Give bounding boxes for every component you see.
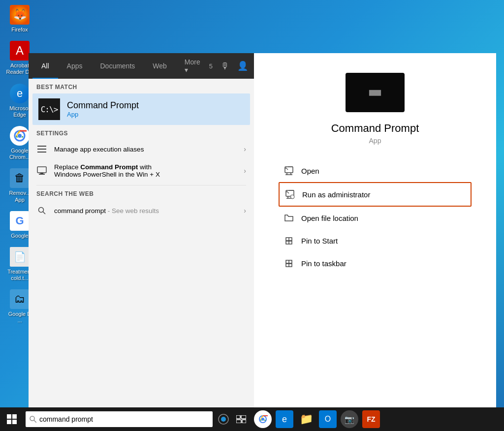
chevron-right-icon-2: › [244, 167, 246, 175]
svg-rect-9 [39, 174, 45, 175]
settings-label: Settings [29, 125, 254, 140]
action-open[interactable]: Open [279, 159, 472, 182]
taskbar-search-input[interactable] [39, 415, 209, 423]
taskbar: e 📁 O 📷 FZ [0, 407, 504, 431]
pin-to-start-label: Pin to Start [301, 237, 338, 245]
command-prompt-icon: C:\> [38, 98, 60, 120]
tab-apps[interactable]: Apps [58, 53, 92, 79]
taskbar-camera-icon[interactable]: 📷 [341, 410, 358, 428]
svg-rect-8 [40, 173, 43, 174]
taskbar-chrome-icon[interactable] [254, 410, 272, 428]
action-open-file-location[interactable]: Open file location [279, 207, 472, 229]
left-panel: All Apps Documents Web More ▾ 5 🎙 [29, 53, 254, 407]
svg-rect-4 [37, 146, 46, 147]
chevron-right-icon-1: › [244, 145, 246, 153]
web-search-item[interactable]: command prompt - See web results › [29, 200, 254, 221]
svg-line-11 [43, 212, 45, 214]
action-pin-to-taskbar[interactable]: Pin to taskbar [279, 252, 472, 275]
taskbar-explorer-icon[interactable]: 📁 [297, 410, 315, 428]
svg-rect-18 [7, 414, 11, 419]
actions-list: Open ! Run as administrator [269, 159, 481, 275]
settings-section: Settings Manage app execution aliases › [29, 125, 254, 185]
tab-bar: All Apps Documents Web More ▾ 5 🎙 [29, 53, 254, 79]
pin-to-taskbar-icon [284, 258, 294, 269]
svg-rect-6 [37, 152, 46, 153]
svg-point-33 [261, 418, 264, 421]
tab-documents[interactable]: Documents [91, 53, 144, 79]
monitor-icon [36, 166, 47, 175]
open-file-location-label: Open file location [301, 214, 358, 222]
app-preview-type: App [369, 137, 381, 145]
svg-line-23 [34, 420, 36, 423]
run-as-admin-label: Run as administrator [302, 190, 370, 199]
result-count: 5 [209, 62, 213, 70]
taskbar-filezilla-icon[interactable]: FZ [362, 410, 380, 428]
taskbar-outlook-icon[interactable]: O [319, 410, 337, 428]
tab-web[interactable]: Web [144, 53, 176, 79]
cortana-button[interactable] [215, 410, 232, 428]
pin-to-start-icon [284, 235, 294, 246]
action-run-as-admin[interactable]: ! Run as administrator [279, 182, 472, 207]
best-match-text: Command Prompt App [67, 100, 139, 118]
action-pin-to-start[interactable]: Pin to Start [279, 229, 472, 252]
setting-replace-cmd[interactable]: Replace Command Prompt withWindows Power… [29, 158, 254, 183]
best-match-title: Command Prompt [67, 100, 139, 111]
setting-manage-aliases[interactable]: Manage app execution aliases › [29, 140, 254, 158]
taskbar-search-icon [30, 416, 36, 423]
open-label: Open [301, 167, 319, 175]
svg-rect-28 [236, 420, 241, 423]
pin-to-taskbar-label: Pin to taskbar [301, 259, 346, 268]
desktop-icon-firefox[interactable]: 🦊 Firefox [4, 5, 35, 33]
setting-replace-cmd-text: Replace Command Prompt withWindows Power… [54, 163, 237, 178]
svg-rect-7 [37, 167, 46, 173]
right-panel: ████ Command Prompt App Open [254, 53, 496, 407]
desktop: 🦊 Firefox A AcrobatReader DC e MicrosofE… [0, 0, 504, 431]
svg-point-3 [18, 134, 22, 138]
svg-rect-5 [37, 149, 46, 150]
search-icon [36, 205, 47, 216]
app-preview-icon: ████ [346, 73, 405, 112]
user-icon[interactable]: 👤 [237, 61, 248, 71]
open-icon [284, 165, 294, 176]
svg-rect-20 [7, 420, 11, 424]
web-search-text: command prompt - See web results [54, 207, 159, 215]
svg-rect-21 [12, 420, 17, 424]
best-match-subtitle: App [67, 111, 139, 118]
svg-rect-26 [236, 415, 240, 419]
taskbar-search-box[interactable] [26, 411, 213, 427]
svg-rect-19 [12, 414, 17, 419]
list-icon [36, 145, 47, 154]
run-as-admin-icon: ! [284, 189, 295, 200]
tab-more[interactable]: More ▾ [176, 53, 209, 79]
svg-point-25 [221, 417, 226, 422]
taskbar-app-icons: e 📁 O 📷 FZ [254, 410, 380, 428]
svg-rect-29 [242, 420, 246, 423]
open-file-location-icon [284, 213, 294, 223]
tab-all[interactable]: All [32, 53, 58, 79]
task-view-button[interactable] [232, 410, 250, 428]
best-match-label: Best match [29, 79, 254, 93]
app-preview-title: Command Prompt [331, 122, 419, 135]
setting-manage-aliases-text: Manage app execution aliases [54, 146, 237, 153]
start-button[interactable] [0, 407, 24, 431]
svg-point-22 [30, 416, 34, 421]
best-match-item[interactable]: C:\> Command Prompt App [32, 93, 250, 125]
taskbar-edge-icon[interactable]: e [276, 410, 293, 428]
microphone-icon[interactable]: 🎙 [220, 61, 229, 71]
chevron-right-icon-3: › [244, 207, 246, 215]
search-panel: All Apps Documents Web More ▾ 5 🎙 [29, 53, 496, 407]
svg-rect-27 [241, 415, 246, 419]
web-search-label: Search the web [29, 185, 254, 200]
